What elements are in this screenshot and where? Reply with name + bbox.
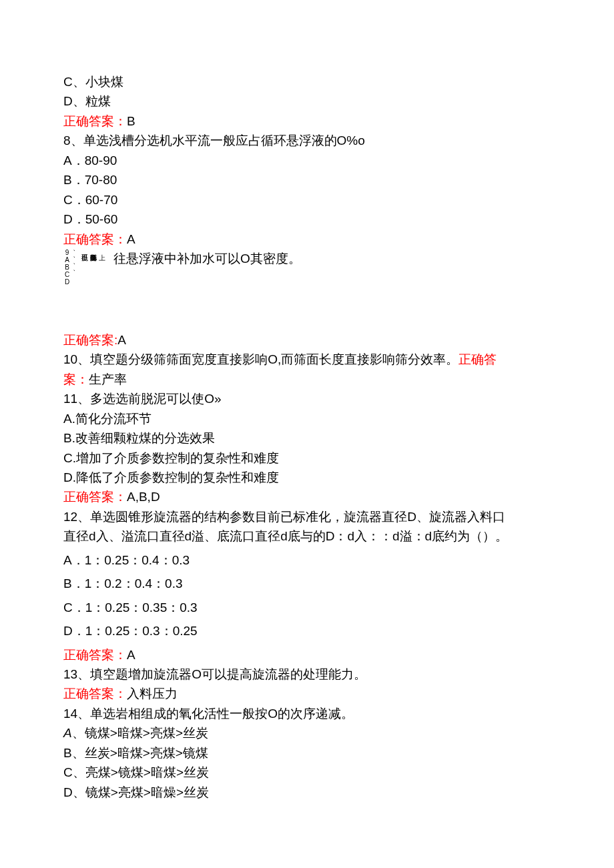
q10-line: 10、填空题分级筛筛面宽度直接影响O,而筛面长度直接影响筛分效率。正确答	[63, 350, 551, 369]
q12-option-a: A．1：0.25：0.4：0.3	[63, 550, 551, 570]
q14-optA-label: A	[63, 726, 72, 740]
answer-label: 正确答案：	[63, 648, 127, 662]
q9-col2: 、、、、	[72, 249, 79, 322]
answer-value: 入料压力	[127, 687, 178, 701]
q10-stem: 10、填空题分级筛筛面宽度直接影响O,而筛面长度直接影响筛分效率。	[63, 352, 458, 366]
q11-option-c: C.增加了介质参数控制的复杂性和难度	[63, 448, 551, 468]
q14-option-d: D、镜煤>亮煤>暗燥>丝炭	[63, 783, 551, 802]
q8-answer: 正确答案：A	[63, 230, 551, 249]
q8-option-c: C．60-70	[63, 190, 551, 209]
q9-col4: 单降低高变选	[89, 249, 97, 322]
q9-answer: 正确答案:A	[63, 330, 551, 350]
q12-option-c: C．1：0.25：0.35：0.3	[63, 598, 551, 617]
q12-stem-line1: 12、单选圆锥形旋流器的结构参数目前已标准化，旋流器直径D、旋流器入料口	[63, 507, 551, 526]
q8-option-a: A．80-90	[63, 151, 551, 170]
q14-optA-text: 、镜煤>暗煤>亮煤>丝炭	[72, 726, 208, 740]
q11-option-b: B.改善细颗粒煤的分选效果	[63, 428, 551, 448]
q12-option-b: B．1：0.2：0.4：0.3	[63, 574, 551, 593]
q11-stem: 11、多选选前脱泥可以使O»	[63, 389, 551, 408]
answer-value: A	[127, 648, 135, 662]
answer-label: 正确答案：	[63, 114, 127, 128]
answer-value: B	[127, 114, 135, 128]
answer-label-suffix: 案：	[63, 372, 89, 386]
q14-option-b: B、丝炭>暗煤>亮煤>镜煤	[63, 743, 551, 763]
q7-option-d: D、粒煤	[63, 91, 551, 111]
q13-answer: 正确答案：入料压力	[63, 684, 551, 703]
answer-value: A	[127, 232, 135, 246]
q8-option-b: B．70-80	[63, 170, 551, 189]
q9-stem-text: 往悬浮液中补加水可以O其密度。	[113, 249, 301, 268]
q9-col1: 9ABCD	[63, 249, 71, 322]
q14-option-c: C、亮煤>镜煤>暗煤>丝炭	[63, 763, 551, 782]
q11-answer: 正确答案：A,B,D	[63, 487, 551, 506]
answer-label: 正确答案：	[63, 490, 127, 504]
q13-stem: 13、填空题增加旋流器O可以提高旋流器的处理能力。	[63, 665, 551, 684]
q7-answer: 正确答案：B	[63, 111, 551, 131]
q11-option-a: A.简化分流环节	[63, 409, 551, 428]
q8-stem: 8、单选浅槽分选机水平流一般应占循环悬浮液的O%o	[63, 131, 551, 150]
answer-value: A	[117, 333, 126, 347]
answer-label: 正确答	[458, 352, 497, 366]
q7-option-c: C、小块煤	[63, 72, 551, 91]
q12-answer: 正确答案：A	[63, 645, 551, 665]
q14-option-a: A、镜煤>暗煤>亮煤>丝炭	[63, 723, 551, 743]
q9-col3: 以提不	[81, 249, 88, 322]
answer-value: A,B,D	[127, 490, 160, 504]
q9-block: 9ABCD 、、、、 以提不 单降低高变选 上 往悬浮液中补加水可以O其密度。	[63, 249, 551, 322]
q11-option-d: D.降低了介质参数控制的复杂性和难度	[63, 468, 551, 487]
answer-label: 正确答案：	[63, 232, 127, 246]
q12-stem-line2: 直径d入、溢流口直径d溢、底流口直径d底与的D：d入：：d溢：d底约为（）。	[63, 526, 551, 546]
answer-label: 正确答案：	[63, 687, 127, 701]
q12-option-d: D．1：0.25：0.3：0.25	[63, 621, 551, 640]
q14-stem: 14、单选岩相组成的氧化活性一般按O的次序递减。	[63, 704, 551, 723]
answer-label: 正确答案:	[63, 333, 117, 347]
q10-answer-line: 案：生产率	[63, 370, 551, 389]
q8-option-d: D．50-60	[63, 209, 551, 229]
answer-value: 生产率	[89, 372, 127, 386]
q9-col5: 上	[98, 249, 105, 322]
